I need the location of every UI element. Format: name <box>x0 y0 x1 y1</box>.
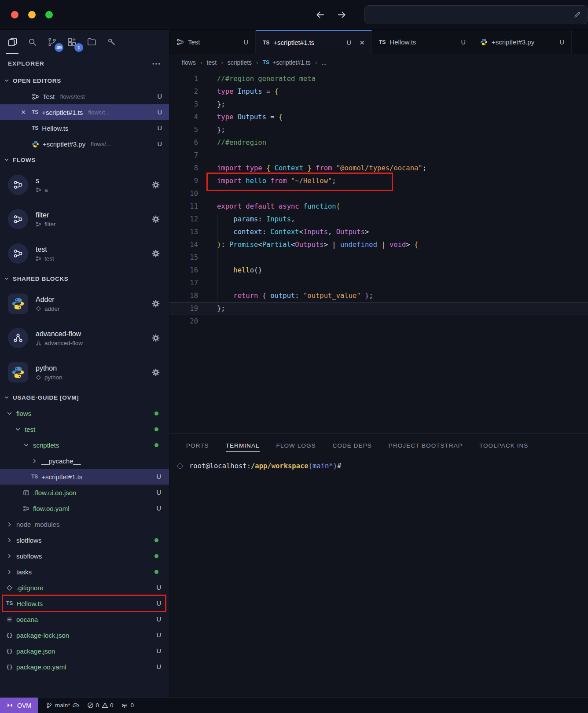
open-editor-item[interactable]: TSHellow.tsU <box>0 120 169 136</box>
tree-item[interactable]: __pycache__ <box>0 453 169 469</box>
gear-icon[interactable] <box>151 334 160 342</box>
editor-tab[interactable]: +scriptlet#3.pyU <box>473 30 572 54</box>
editor-tab[interactable]: TestU <box>169 30 256 54</box>
forward-icon[interactable] <box>337 10 347 20</box>
code-line[interactable]: 10 <box>169 187 588 200</box>
folder-activity-button[interactable] <box>84 33 99 51</box>
remote-indicator[interactable]: OVM <box>0 698 38 713</box>
diamond-file-icon <box>6 584 13 591</box>
files-activity-button[interactable] <box>4 33 20 51</box>
terminal[interactable]: root@localhost:/app/workspace (main*) # <box>169 457 588 470</box>
panel-tab-toolpack-ins[interactable]: TOOLPACK INS <box>479 440 529 451</box>
open-editors-section: OPEN EDITORSTestflows/testU×TS+scriptlet… <box>0 73 169 152</box>
code-line[interactable]: 4type Outputs = { <box>169 111 588 124</box>
panel-tab-code-deps[interactable]: CODE DEPS <box>333 440 372 451</box>
code-line[interactable]: 7 <box>169 149 588 162</box>
editor-tab[interactable]: TS+scriptlet#1.tsU× <box>256 30 372 54</box>
source-control-activity-button[interactable]: 49 <box>44 33 60 51</box>
breadcrumb: flows›test›scriptlets›TS+scriptlet#1.ts›… <box>169 54 588 71</box>
tree-item[interactable]: test <box>0 421 169 437</box>
code-line[interactable]: 13 context: Context<Inputs, Outputs> <box>169 226 588 239</box>
breadcrumb-item[interactable]: ... <box>322 59 327 66</box>
code-line[interactable]: 19}; <box>169 302 588 315</box>
code-line[interactable]: 5}; <box>169 124 588 136</box>
editor-tab[interactable]: TSHellow.tsU <box>372 30 473 54</box>
tree-item[interactable]: scriptlets <box>0 437 169 453</box>
tree-item[interactable]: TS+scriptlet#1.tsU <box>0 469 169 485</box>
shared-block-items-header[interactable]: SHARED BLOCKS <box>0 271 169 287</box>
code-line[interactable]: 20 <box>169 315 588 328</box>
tree-item[interactable]: node_modules <box>0 516 169 532</box>
breadcrumb-item[interactable]: TS+scriptlet#1.ts <box>263 59 311 66</box>
code-line[interactable]: 9import hello from "~/Hellow"; <box>169 175 588 187</box>
code-line[interactable]: 11export default async function( <box>169 200 588 213</box>
tree-item[interactable]: tasks <box>0 564 169 580</box>
code-line[interactable]: 6//#endregion <box>169 136 588 149</box>
flow-item[interactable]: sa <box>0 168 169 202</box>
key-activity-button[interactable] <box>103 33 119 51</box>
tree-item[interactable]: {}package.oo.yamlU <box>0 659 169 675</box>
gear-icon[interactable] <box>151 299 160 308</box>
breadcrumb-item[interactable]: scriptlets <box>228 59 252 66</box>
broadcast-status[interactable]: 0 <box>121 702 134 709</box>
flow-item[interactable]: testtest <box>0 236 169 271</box>
gear-icon[interactable] <box>151 215 160 224</box>
explorer-view: EXPLORER ⋯ OPEN EDITORSTestflows/testU×T… <box>0 54 169 697</box>
tree-item[interactable]: {}package-lock.jsonU <box>0 627 169 643</box>
code-line[interactable]: 15 <box>169 251 588 264</box>
branch-status[interactable]: main* <box>46 702 80 709</box>
gear-icon[interactable] <box>151 249 160 258</box>
panel-tab-terminal[interactable]: TERMINAL <box>226 440 260 452</box>
more-actions-icon[interactable]: ⋯ <box>152 58 161 69</box>
problems-status[interactable]: 00 <box>87 702 113 709</box>
panel-tab-flow-logs[interactable]: FLOW LOGS <box>276 440 316 451</box>
code-line[interactable]: 16 hello() <box>169 264 588 277</box>
code-line[interactable]: 2type Inputs = { <box>169 85 588 98</box>
tree-item[interactable]: flow.oo.yamlU <box>0 500 169 516</box>
close-window-button[interactable] <box>11 11 18 18</box>
item-subtitle: filter <box>36 221 56 228</box>
extensions-activity-button[interactable]: 1 <box>64 33 80 51</box>
shared-block-item[interactable]: Adderadder <box>0 287 169 321</box>
git-status-badge: U <box>158 140 162 147</box>
gear-icon[interactable] <box>151 180 160 189</box>
code-line[interactable]: 3}; <box>169 98 588 111</box>
tree-item[interactable]: oocanaU <box>0 611 169 627</box>
zoom-window-button[interactable] <box>45 11 53 18</box>
code-line[interactable]: 12 params: Inputs, <box>169 213 588 226</box>
tree-item[interactable]: .gitignoreU <box>0 580 169 595</box>
close-icon[interactable]: × <box>360 38 364 47</box>
tree-item[interactable]: flows <box>0 405 169 421</box>
open-editors-header[interactable]: OPEN EDITORS <box>0 73 169 88</box>
breadcrumb-item[interactable]: test <box>207 59 217 66</box>
breadcrumb-label: scriptlets <box>228 59 252 66</box>
open-editor-item[interactable]: Testflows/testU <box>0 88 169 104</box>
titlebar-search[interactable] <box>364 5 588 24</box>
open-editor-item[interactable]: +scriptlet#3.pyflows/...U <box>0 136 169 152</box>
tree-item[interactable]: .flow.ui.oo.jsonU <box>0 485 169 500</box>
code-line[interactable]: 18 return { output: "output_value" }; <box>169 290 588 302</box>
panel-tab-project-bootstrap[interactable]: PROJECT BOOTSTRAP <box>389 440 463 451</box>
tree-item[interactable]: subflows <box>0 548 169 564</box>
panel-tab-ports[interactable]: PORTS <box>186 440 209 451</box>
tree-item[interactable]: slotflows <box>0 532 169 548</box>
close-icon[interactable]: × <box>18 108 28 116</box>
flow-item[interactable]: filterfilter <box>0 202 169 236</box>
tree-item[interactable]: TSHellow.tsU <box>0 595 169 611</box>
code-line[interactable]: 8import type { Context } from "@oomol/ty… <box>169 162 588 175</box>
search-activity-button[interactable] <box>24 33 40 51</box>
flow-items-header[interactable]: FLOWS <box>0 152 169 168</box>
breadcrumb-item[interactable]: flows <box>182 59 196 66</box>
usage-guide-header[interactable]: USAGE-GUIDE [OVM] <box>0 390 169 405</box>
shared-block-item[interactable]: advanced-flowadvanced-flow <box>0 321 169 355</box>
shared-block-item[interactable]: pythonpython <box>0 355 169 390</box>
back-icon[interactable] <box>315 10 325 20</box>
tree-item[interactable]: {}package.jsonU <box>0 643 169 659</box>
minimize-window-button[interactable] <box>28 11 36 18</box>
code-line[interactable]: 17 <box>169 277 588 290</box>
code-line[interactable]: 1//#region generated meta <box>169 73 588 85</box>
code-editor[interactable]: 1//#region generated meta2type Inputs = … <box>169 71 588 434</box>
code-line[interactable]: 14): Promise<Partial<Outputs> | undefine… <box>169 239 588 251</box>
gear-icon[interactable] <box>151 368 160 377</box>
open-editor-item[interactable]: ×TS+scriptlet#1.tsflows/t...U <box>0 104 169 120</box>
